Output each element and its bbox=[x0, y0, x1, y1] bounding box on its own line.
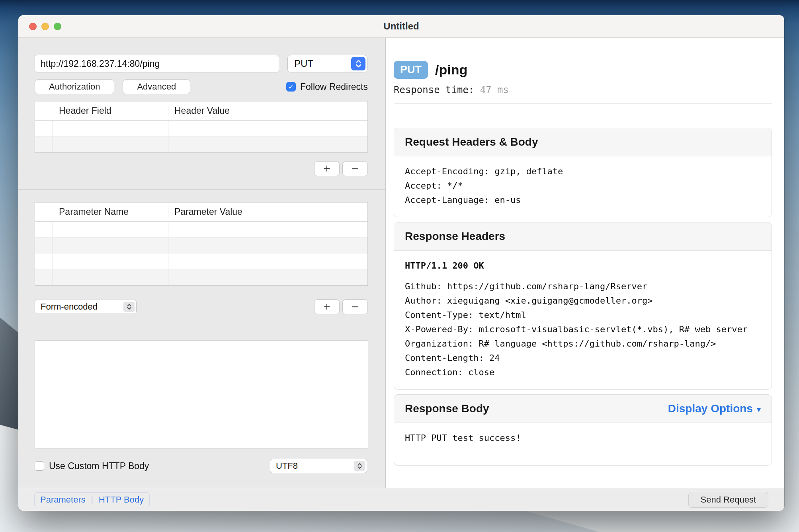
stepper-chevrons-icon bbox=[123, 302, 135, 312]
http-body-textarea[interactable] bbox=[35, 340, 368, 448]
header-line: Organization: R# language <https://githu… bbox=[405, 337, 761, 351]
close-button[interactable] bbox=[29, 23, 37, 30]
follow-redirects-label: Follow Redirects bbox=[300, 82, 368, 92]
response-body-title: Response Body bbox=[405, 402, 489, 415]
response-headers-card: Response Headers HTTP/1.1 200 OK Github:… bbox=[394, 222, 772, 390]
add-header-button[interactable]: + bbox=[314, 161, 340, 176]
table-row[interactable] bbox=[35, 238, 367, 253]
stepper-chevrons-icon bbox=[354, 461, 365, 471]
params-col-name: Parameter Name bbox=[53, 207, 168, 217]
link-divider: | bbox=[91, 495, 93, 504]
minimize-button[interactable] bbox=[41, 23, 49, 30]
request-panel: PUT Authorization Advanced ✓ bbox=[18, 38, 386, 488]
params-col-value: Parameter Value bbox=[168, 207, 367, 217]
encoding-dropdown[interactable]: Form-encoded bbox=[35, 300, 137, 314]
check-icon: ✓ bbox=[288, 83, 294, 91]
request-headers-title: Request Headers & Body bbox=[394, 128, 772, 156]
parameters-table: Parameter Name Parameter Value bbox=[35, 202, 368, 286]
caret-down-icon: ▾ bbox=[757, 405, 761, 414]
table-row[interactable] bbox=[35, 253, 367, 269]
section-links: Parameters | HTTP Body bbox=[34, 492, 150, 507]
divider bbox=[18, 189, 385, 190]
add-parameter-button[interactable]: + bbox=[314, 299, 340, 314]
headers-col-field: Header Field bbox=[53, 105, 168, 116]
response-headers-title: Response Headers bbox=[394, 222, 772, 251]
response-body-card: Response Body Display Options ▾ HTTP PUT… bbox=[394, 394, 772, 466]
header-line: Accept: */* bbox=[405, 179, 761, 193]
response-panel: PUT /ping Response time: 47 ms Request H… bbox=[386, 38, 784, 488]
request-headers-content: Accept-Encoding: gzip, deflate Accept: *… bbox=[394, 156, 772, 217]
response-body-content: HTTP PUT test success! bbox=[394, 423, 772, 465]
response-time-label: Response time: bbox=[394, 84, 474, 95]
remove-header-button[interactable]: − bbox=[342, 161, 368, 176]
header-line: Author: xieguigang <xie.guigang@gcmodell… bbox=[405, 294, 761, 308]
header-line: Connection: close bbox=[405, 365, 761, 380]
window-footer: Parameters | HTTP Body Send Request bbox=[18, 488, 784, 511]
headers-table-header: Header Field Header Value bbox=[35, 101, 367, 121]
titlebar: Untitled bbox=[18, 15, 784, 38]
window-title: Untitled bbox=[383, 21, 419, 32]
display-options-button[interactable]: Display Options ▾ bbox=[668, 402, 761, 415]
app-window: Untitled PUT Authorization Ad bbox=[18, 15, 784, 511]
request-headers-card: Request Headers & Body Accept-Encoding: … bbox=[394, 128, 772, 217]
parameters-link[interactable]: Parameters bbox=[40, 495, 86, 505]
divider bbox=[394, 103, 772, 104]
http-body-link[interactable]: HTTP Body bbox=[99, 495, 144, 505]
header-line: Github: https://github.com/rsharp-lang/R… bbox=[405, 279, 761, 294]
custom-body-label: Use Custom HTTP Body bbox=[49, 461, 149, 472]
traffic-lights bbox=[29, 15, 61, 37]
remove-parameter-button[interactable]: − bbox=[342, 299, 368, 314]
table-row[interactable] bbox=[35, 136, 367, 152]
custom-body-checkbox[interactable] bbox=[35, 461, 44, 471]
response-time: Response time: 47 ms bbox=[394, 84, 772, 95]
headers-col-value: Header Value bbox=[168, 105, 367, 116]
headers-table: Header Field Header Value bbox=[35, 101, 368, 153]
display-options-label: Display Options bbox=[668, 402, 753, 415]
request-path: /ping bbox=[435, 62, 467, 78]
popup-chevrons-icon bbox=[351, 57, 365, 70]
charset-dropdown[interactable]: UTF8 bbox=[270, 459, 367, 473]
table-row[interactable] bbox=[35, 121, 367, 136]
parameters-table-header: Parameter Name Parameter Value bbox=[35, 203, 367, 222]
method-dropdown[interactable]: PUT bbox=[287, 55, 367, 72]
response-headers-content: HTTP/1.1 200 OK Github: https://github.c… bbox=[394, 251, 772, 389]
header-line: Content-Type: text/html bbox=[405, 308, 761, 322]
follow-redirects-checkbox[interactable]: ✓ bbox=[286, 82, 296, 92]
send-request-button[interactable]: Send Request bbox=[688, 492, 768, 508]
table-row[interactable] bbox=[35, 222, 367, 238]
divider bbox=[18, 325, 385, 325]
header-line: Accept-Language: en-us bbox=[405, 193, 761, 207]
method-badge: PUT bbox=[394, 61, 428, 79]
table-row[interactable] bbox=[35, 269, 367, 285]
response-time-value: 47 ms bbox=[480, 84, 509, 95]
header-line: X-Powered-By: microsoft-visualbasic-serv… bbox=[405, 322, 761, 337]
header-line: Content-Length: 24 bbox=[405, 351, 761, 365]
advanced-button[interactable]: Advanced bbox=[123, 79, 190, 94]
header-line: Accept-Encoding: gzip, deflate bbox=[405, 164, 761, 179]
authorization-button[interactable]: Authorization bbox=[35, 79, 114, 94]
url-input[interactable] bbox=[35, 55, 279, 72]
method-dropdown-value: PUT bbox=[294, 58, 313, 69]
status-line: HTTP/1.1 200 OK bbox=[405, 259, 761, 273]
charset-dropdown-value: UTF8 bbox=[276, 461, 298, 471]
encoding-dropdown-value: Form-encoded bbox=[41, 302, 98, 312]
zoom-button[interactable] bbox=[54, 23, 61, 30]
